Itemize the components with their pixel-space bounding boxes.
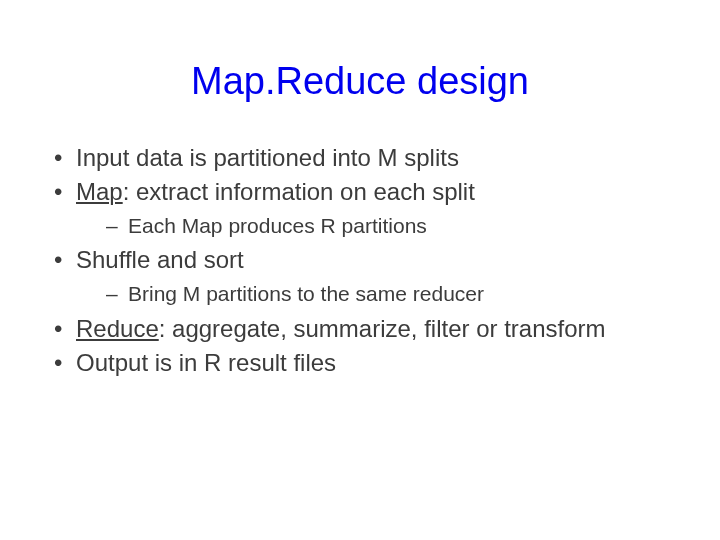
bullet-item: Shuffle and sort Bring M partitions to t… <box>48 245 672 307</box>
slide-title: Map.Reduce design <box>48 60 672 103</box>
slide: Map.Reduce design Input data is partitio… <box>0 0 720 540</box>
bullet-text-post: : aggregate, summarize, filter or transf… <box>159 315 606 342</box>
bullet-text-underlined: Map <box>76 178 123 205</box>
bullet-item: Output is in R result files <box>48 348 672 378</box>
bullet-text: Output is in R result files <box>76 349 336 376</box>
bullet-text-underlined: Reduce <box>76 315 159 342</box>
bullet-item: Input data is partitioned into M splits <box>48 143 672 173</box>
sub-bullet-item: Each Map produces R partitions <box>76 213 672 239</box>
sub-bullet-text: Each Map produces R partitions <box>128 214 427 237</box>
sub-bullet-text: Bring M partitions to the same reducer <box>128 282 484 305</box>
bullet-text: Shuffle and sort <box>76 246 244 273</box>
bullet-item: Reduce: aggregate, summarize, filter or … <box>48 314 672 344</box>
sub-bullet-item: Bring M partitions to the same reducer <box>76 281 672 307</box>
sub-bullet-list: Bring M partitions to the same reducer <box>76 281 672 307</box>
bullet-text: Input data is partitioned into M splits <box>76 144 459 171</box>
sub-bullet-list: Each Map produces R partitions <box>76 213 672 239</box>
bullet-item: Map: extract information on each split E… <box>48 177 672 239</box>
bullet-text-post: : extract information on each split <box>123 178 475 205</box>
bullet-list: Input data is partitioned into M splits … <box>48 143 672 378</box>
